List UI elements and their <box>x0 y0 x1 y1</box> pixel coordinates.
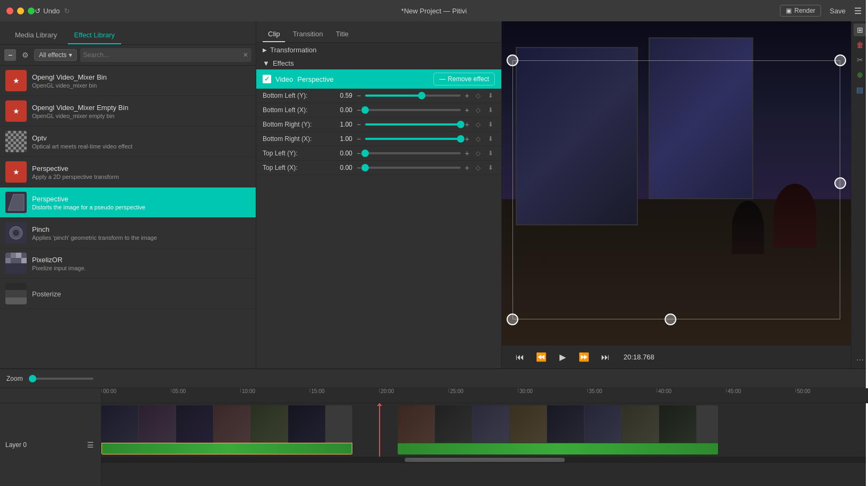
list-item[interactable]: PixelizOR Pixelize input image. <box>0 248 256 279</box>
pin-button[interactable]: ⬇ <box>486 135 495 143</box>
menu-button[interactable]: ☰ <box>854 6 862 16</box>
step-forward-button[interactable]: ⏩ <box>577 350 591 365</box>
tab-clip[interactable]: Clip <box>263 27 285 42</box>
slider-thumb[interactable] <box>361 150 369 157</box>
active-effect-row: Video Perspective — Remove effect <box>256 69 501 89</box>
list-item[interactable]: ★ Opengl Video_Mixer Empty Bin OpenGL vi… <box>0 96 256 127</box>
remove-effect-button[interactable]: — Remove effect <box>433 73 495 85</box>
tab-title[interactable]: Title <box>330 27 354 42</box>
param-plus-button[interactable]: + <box>465 106 469 114</box>
pin-button[interactable]: ⬇ <box>486 163 495 172</box>
layer-options-button[interactable]: ☰ <box>85 440 96 450</box>
slider-thumb[interactable] <box>361 164 369 171</box>
collapse-arrow: ▼ <box>263 59 270 67</box>
playhead-top <box>377 403 382 409</box>
transform-handle-tl[interactable] <box>507 54 518 66</box>
svg-point-4 <box>13 230 19 236</box>
keyframe-button[interactable]: ◇ <box>474 106 482 114</box>
list-item[interactable]: Pinch Applies 'pinch' geometric transfor… <box>0 218 256 248</box>
sidebar-tool-split[interactable]: ✂ <box>854 53 866 66</box>
keyframe-button[interactable]: ◇ <box>474 135 482 143</box>
param-minus-button[interactable]: − <box>357 106 361 114</box>
param-plus-button[interactable]: + <box>465 135 469 143</box>
search-input[interactable] <box>83 51 243 59</box>
list-item-selected[interactable]: Perspective Distorts the image for a pse… <box>0 187 256 218</box>
sidebar-tool-add[interactable]: ⊕ <box>854 68 866 81</box>
pin-button[interactable]: ⬇ <box>486 149 495 158</box>
transform-handle-mr[interactable] <box>834 177 846 189</box>
all-effects-dropdown[interactable]: All effects ▾ <box>34 49 77 61</box>
horizontal-scrollbar[interactable] <box>101 457 868 463</box>
zoom-thumb[interactable] <box>29 375 36 382</box>
undo-button[interactable]: ↺ Undo <box>35 7 60 15</box>
param-minus-button[interactable]: − <box>357 135 361 143</box>
playhead[interactable] <box>379 403 380 457</box>
search-clear-button[interactable]: ✕ <box>243 51 248 59</box>
skip-back-button[interactable]: ⏮ <box>512 350 527 365</box>
effect-toolbar: − ⚙ All effects ▾ ✕ <box>0 45 256 66</box>
param-plus-button[interactable]: + <box>465 163 469 172</box>
param-slider[interactable] <box>365 167 461 169</box>
pin-button[interactable]: ⬇ <box>486 91 495 100</box>
sidebar-tool-snap[interactable]: ⊞ <box>854 23 866 36</box>
param-slider[interactable] <box>365 123 461 126</box>
section-label: Transformation <box>270 46 317 54</box>
list-item[interactable]: Optv Optical art meets real-time video e… <box>0 127 256 157</box>
param-plus-button[interactable]: + <box>465 120 469 129</box>
param-slider[interactable] <box>365 95 461 97</box>
param-plus-button[interactable]: + <box>465 149 469 158</box>
maximize-button[interactable] <box>28 7 35 14</box>
transform-handle-tr[interactable] <box>834 54 846 66</box>
keyframe-button[interactable]: ◇ <box>474 149 482 158</box>
step-back-button[interactable]: ⏪ <box>534 350 549 365</box>
tab-media-library[interactable]: Media Library <box>9 27 64 44</box>
sidebar-tool-layer[interactable]: ▤ <box>854 83 866 96</box>
clip-thumb <box>139 405 176 443</box>
track-clip-2[interactable] <box>398 405 718 454</box>
param-minus-button[interactable]: − <box>357 149 361 158</box>
transform-handle-bl[interactable] <box>507 313 518 325</box>
param-minus-button[interactable]: − <box>357 120 361 129</box>
preview-panel: ⏮ ⏪ ▶ ⏩ ⏭ 20:18.768 <box>502 21 851 369</box>
list-item[interactable]: ★ Opengl Video_Mixer Bin OpenGL video_mi… <box>0 66 256 96</box>
track-clip-1[interactable] <box>101 405 352 454</box>
slider-thumb[interactable] <box>457 121 464 128</box>
keyframe-button[interactable]: ◇ <box>474 163 482 172</box>
pin-button[interactable]: ⬇ <box>486 106 495 114</box>
transformation-header[interactable]: ▶ Transformation <box>256 43 501 57</box>
render-button[interactable]: ▣ Render <box>780 5 821 17</box>
param-slider[interactable] <box>365 109 461 111</box>
play-button[interactable]: ▶ <box>555 350 570 365</box>
filter-icon-button[interactable]: ⚙ <box>19 49 31 61</box>
transform-handle-bm[interactable] <box>665 313 676 325</box>
scrollbar-thumb[interactable] <box>405 458 565 462</box>
param-slider[interactable] <box>365 152 461 154</box>
minimize-button[interactable] <box>17 7 24 14</box>
param-plus-button[interactable]: + <box>465 91 469 100</box>
param-minus-button[interactable]: − <box>357 91 361 100</box>
save-button[interactable]: Save <box>830 7 846 15</box>
skip-forward-button[interactable]: ⏭ <box>598 350 613 365</box>
keyframe-button[interactable]: ◇ <box>474 91 482 100</box>
sidebar-tool-delete[interactable]: 🗑 <box>854 38 866 51</box>
minus-button[interactable]: − <box>4 49 16 61</box>
zoom-slider[interactable] <box>29 378 93 380</box>
slider-thumb[interactable] <box>361 106 369 114</box>
keyframe-button[interactable]: ◇ <box>474 120 482 129</box>
close-button[interactable] <box>6 7 13 14</box>
param-slider[interactable] <box>365 138 461 140</box>
list-item[interactable]: ★ Perspective Apply a 2D perspective tra… <box>0 157 256 187</box>
sidebar-tool-misc[interactable]: ⋯ <box>854 354 866 366</box>
slider-thumb[interactable] <box>457 135 464 143</box>
list-item[interactable]: Posterize <box>0 279 256 309</box>
track-row <box>101 403 849 457</box>
param-minus-button[interactable]: − <box>357 163 361 172</box>
redo-button[interactable]: ↻ <box>64 7 70 15</box>
titlebar-actions: ▣ Render Save ☰ <box>780 5 862 17</box>
tab-effect-library[interactable]: Effect Library <box>68 27 121 44</box>
effects-header[interactable]: ▼ Effects <box>256 57 501 69</box>
tab-transition[interactable]: Transition <box>287 27 328 42</box>
pin-button[interactable]: ⬇ <box>486 120 495 129</box>
effect-checkbox[interactable] <box>263 75 271 83</box>
slider-thumb[interactable] <box>418 92 425 99</box>
